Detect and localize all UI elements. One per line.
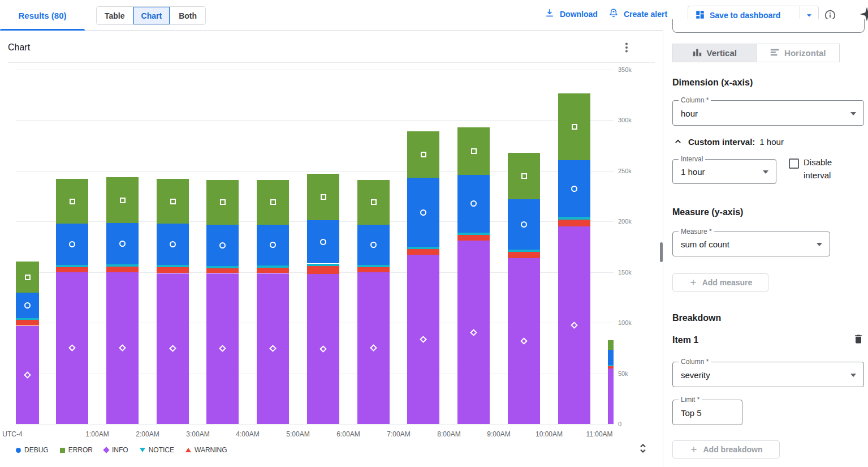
bar-segment-notice[interactable] bbox=[407, 247, 439, 249]
x-axis-label: 4:00AM bbox=[225, 430, 270, 438]
custom-interval-label: Custom interval: bbox=[688, 137, 755, 147]
custom-interval-value: 1 hour bbox=[759, 137, 784, 147]
dimension-column-select[interactable]: Column * hour bbox=[672, 100, 864, 126]
dimension-column-label: Column * bbox=[679, 97, 711, 104]
circle-marker-icon bbox=[69, 241, 75, 247]
circle-marker-icon bbox=[170, 241, 176, 247]
bar-segment-notice[interactable] bbox=[608, 365, 614, 366]
dropdown-caret-icon[interactable] bbox=[850, 374, 856, 377]
legend-item-info[interactable]: INFO bbox=[104, 446, 128, 454]
custom-interval-toggle[interactable]: Custom interval: 1 hour bbox=[672, 136, 784, 147]
square-swatch-icon bbox=[60, 448, 65, 453]
bar-segment-warning[interactable] bbox=[106, 267, 139, 272]
view-toggle-chart[interactable]: Chart bbox=[133, 7, 171, 24]
x-axis-label: UTC-4 bbox=[0, 430, 35, 438]
x-axis-label: 5:00AM bbox=[275, 430, 321, 438]
save-to-dashboard-label: Save to dashboard bbox=[710, 11, 780, 20]
bar-segment-warning[interactable] bbox=[157, 267, 189, 273]
dropdown-caret-icon[interactable] bbox=[763, 170, 768, 174]
orientation-vertical-button[interactable]: Vertical bbox=[673, 44, 756, 62]
bar-segment-notice[interactable] bbox=[106, 264, 139, 267]
bar-segment-warning[interactable] bbox=[16, 320, 39, 326]
circle-marker-icon bbox=[571, 186, 577, 192]
legend-label: INFO bbox=[112, 446, 128, 454]
bar-segment-warning[interactable] bbox=[357, 267, 390, 272]
square-marker-icon bbox=[70, 199, 75, 204]
y-axis-label: 200k bbox=[618, 218, 632, 225]
y-axis-label: 0 bbox=[618, 421, 621, 427]
download-label: Download bbox=[560, 10, 598, 19]
delete-breakdown-button[interactable] bbox=[852, 333, 865, 346]
bar-segment-error[interactable] bbox=[608, 340, 614, 350]
view-toggle-table[interactable]: Table bbox=[97, 7, 133, 24]
bar-segment-notice[interactable] bbox=[206, 266, 239, 268]
interval-select[interactable]: Interval 1 hour bbox=[672, 159, 776, 184]
bar-segment-notice[interactable] bbox=[307, 264, 339, 266]
bar-segment-warning[interactable] bbox=[508, 252, 540, 258]
bar-segment-warning[interactable] bbox=[558, 220, 590, 227]
bar-segment-warning[interactable] bbox=[457, 235, 490, 241]
tab-results[interactable]: Results (80) bbox=[0, 0, 85, 31]
plus-icon bbox=[689, 445, 698, 454]
bar-segment-notice[interactable] bbox=[508, 250, 540, 252]
bar-segment-warning[interactable] bbox=[56, 267, 88, 272]
interval-value: 1 hour bbox=[681, 167, 705, 177]
bar-segment-notice[interactable] bbox=[16, 318, 39, 320]
breakdown-column-value: severity bbox=[681, 370, 710, 379]
bell-plus-icon bbox=[608, 7, 619, 20]
bar-segment-info[interactable] bbox=[608, 369, 614, 424]
plus-icon bbox=[689, 278, 698, 287]
orientation-toggle-group: Vertical Horizontal bbox=[672, 44, 840, 62]
panel-scrollbar-thumb[interactable] bbox=[660, 242, 663, 262]
bar-segment-warning[interactable] bbox=[257, 268, 289, 273]
circle-marker-icon bbox=[370, 242, 377, 248]
bar-segment-notice[interactable] bbox=[257, 265, 289, 268]
panel-scrolled-field[interactable] bbox=[672, 19, 865, 33]
horizontal-label: Horizontal bbox=[784, 48, 826, 58]
bar-segment-warning[interactable] bbox=[206, 268, 239, 273]
breakdown-column-select[interactable]: Column * severity bbox=[672, 362, 864, 387]
create-alert-button[interactable]: Create alert bbox=[608, 7, 667, 20]
orientation-horizontal-button[interactable]: Horizontal bbox=[756, 44, 840, 62]
legend-item-error[interactable]: ERROR bbox=[60, 446, 93, 454]
legend-item-notice[interactable]: NOTICE bbox=[140, 446, 174, 454]
bar-segment-notice[interactable] bbox=[157, 265, 189, 267]
dropdown-caret-icon[interactable] bbox=[817, 243, 822, 246]
create-alert-label: Create alert bbox=[624, 10, 667, 19]
legend-label: NOTICE bbox=[149, 446, 174, 454]
breakdown-limit-field[interactable]: Limit * Top 5 bbox=[672, 400, 742, 425]
add-measure-label: Add measure bbox=[702, 278, 753, 287]
square-marker-icon bbox=[220, 199, 226, 205]
x-axis-label: 8:00AM bbox=[426, 430, 472, 438]
legend-item-debug[interactable]: DEBUG bbox=[16, 446, 49, 454]
square-marker-icon bbox=[521, 173, 527, 179]
bar-segment-notice[interactable] bbox=[457, 233, 490, 235]
download-button[interactable]: Download bbox=[544, 7, 598, 20]
measure-select[interactable]: Measure * sum of count bbox=[672, 232, 830, 256]
square-marker-icon bbox=[572, 124, 577, 130]
circle-swatch-icon bbox=[16, 448, 21, 453]
add-measure-button[interactable]: Add measure bbox=[672, 273, 768, 292]
bar-segment-notice[interactable] bbox=[558, 217, 590, 219]
interval-label: Interval bbox=[679, 156, 705, 162]
unfold-icon[interactable] bbox=[636, 442, 650, 456]
legend-label: WARNING bbox=[195, 446, 227, 454]
download-icon bbox=[544, 7, 555, 20]
bar-segment-warning[interactable] bbox=[307, 266, 339, 274]
dropdown-caret-icon[interactable] bbox=[850, 112, 856, 115]
measure-value: sum of count bbox=[681, 239, 729, 249]
legend-item-warning[interactable]: WARNING bbox=[185, 446, 227, 454]
bar-segment-notice[interactable] bbox=[357, 265, 390, 267]
x-axis-label: 2:00AM bbox=[125, 430, 170, 438]
bar-segment-warning[interactable] bbox=[407, 249, 439, 255]
chart-card: Chart 050k100k150k200k250k300k350kUTC-41… bbox=[0, 31, 663, 467]
bar-segment-warning[interactable] bbox=[608, 366, 614, 369]
bar-segment-debug[interactable] bbox=[608, 350, 614, 365]
y-axis-label: 100k bbox=[618, 319, 632, 326]
gridline bbox=[16, 424, 614, 425]
view-toggle-both[interactable]: Both bbox=[170, 7, 205, 24]
disable-interval-checkbox[interactable] bbox=[789, 158, 799, 169]
vertical-bars-icon bbox=[692, 47, 702, 59]
bar-segment-notice[interactable] bbox=[56, 265, 88, 267]
add-breakdown-button[interactable]: Add breakdown bbox=[672, 440, 780, 459]
